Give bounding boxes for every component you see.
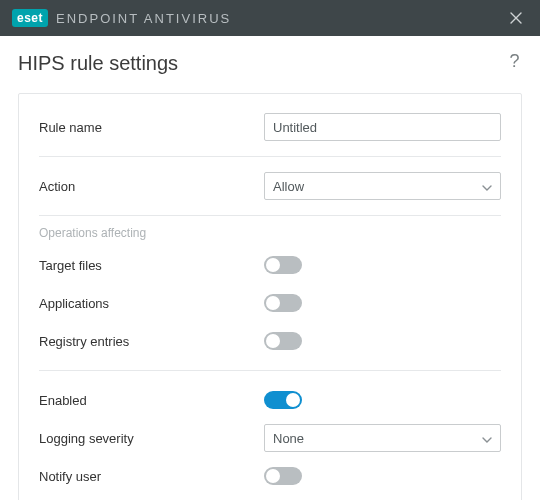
divider [39, 156, 501, 157]
page-title: HIPS rule settings [18, 52, 178, 75]
notify-user-label: Notify user [39, 469, 264, 484]
settings-panel: Rule name Action Allow Operations affect… [18, 93, 522, 500]
operations-section-label: Operations affecting [39, 226, 501, 240]
logging-severity-selected-value: None [273, 431, 304, 446]
action-label: Action [39, 179, 264, 194]
close-button[interactable] [502, 4, 530, 32]
enabled-toggle[interactable] [264, 391, 302, 409]
applications-label: Applications [39, 296, 264, 311]
action-selected-value: Allow [273, 179, 304, 194]
target-files-label: Target files [39, 258, 264, 273]
registry-entries-label: Registry entries [39, 334, 264, 349]
chevron-down-icon [482, 179, 492, 194]
help-button[interactable]: ? [508, 52, 522, 75]
action-select[interactable]: Allow [264, 172, 501, 200]
rule-name-input[interactable] [264, 113, 501, 141]
divider [39, 370, 501, 371]
logging-severity-select[interactable]: None [264, 424, 501, 452]
enabled-label: Enabled [39, 393, 264, 408]
brand-badge: eset [12, 9, 48, 27]
brand-suffix: ENDPOINT ANTIVIRUS [56, 11, 231, 26]
divider [39, 215, 501, 216]
registry-entries-toggle[interactable] [264, 332, 302, 350]
help-icon: ? [508, 52, 522, 70]
chevron-down-icon [482, 431, 492, 446]
title-bar: eset ENDPOINT ANTIVIRUS [0, 0, 540, 36]
svg-text:?: ? [509, 52, 519, 70]
logging-severity-label: Logging severity [39, 431, 264, 446]
close-icon [510, 12, 522, 24]
target-files-toggle[interactable] [264, 256, 302, 274]
notify-user-toggle[interactable] [264, 467, 302, 485]
rule-name-label: Rule name [39, 120, 264, 135]
applications-toggle[interactable] [264, 294, 302, 312]
